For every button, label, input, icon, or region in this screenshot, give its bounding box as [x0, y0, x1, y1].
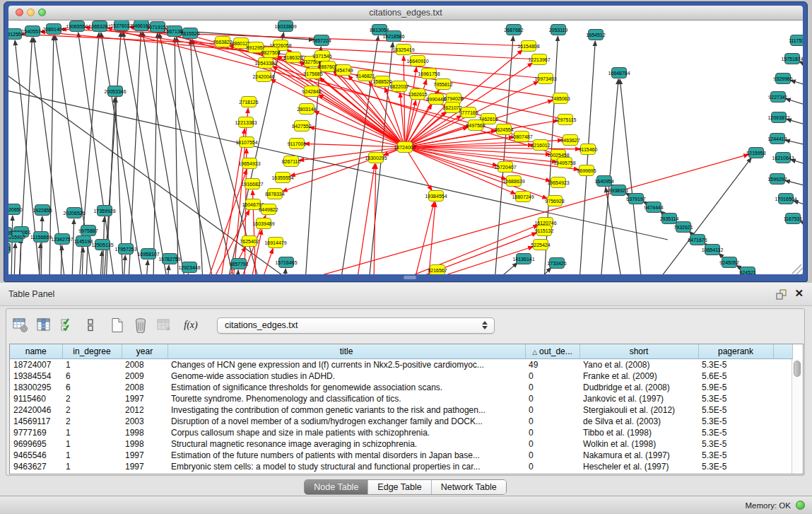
graph-node[interactable]: 16648784 [608, 68, 630, 78]
delete-table-icon[interactable] [132, 317, 149, 334]
table-cell[interactable]: 2008 [122, 382, 167, 393]
graph-node[interactable]: 19654923 [547, 177, 569, 188]
graph-node[interactable]: 10654112 [702, 245, 724, 255]
graph-edge[interactable] [537, 267, 551, 274]
table-cell[interactable]: 14569117 [10, 416, 62, 427]
graph-node[interactable]: 14136141 [512, 254, 534, 264]
graph-node[interactable]: 2053119 [549, 25, 568, 35]
network-graph[interactable]: 1872400776638228860123891295418226058982… [8, 21, 803, 274]
graph-node[interactable]: 8267110 [282, 156, 301, 167]
graph-node[interactable]: 9117006 [288, 139, 307, 149]
table-cell[interactable]: 0 [525, 438, 579, 450]
table-row[interactable]: 1830029562008Estimation of significance … [10, 382, 792, 393]
table-cell[interactable]: Estimation of significance thresholds fo… [167, 382, 525, 393]
table-cell[interactable]: 0 [525, 404, 579, 416]
table-cell[interactable]: Jankovic et al. (1997) [579, 393, 698, 404]
graph-node[interactable]: 19654933 [238, 158, 260, 169]
table-cell[interactable]: 5.3E-5 [698, 438, 773, 450]
table-cell[interactable]: 2003 [122, 416, 167, 427]
graph-node[interactable]: 8938923 [608, 185, 628, 196]
tab-node-table[interactable]: Node Table [305, 480, 367, 494]
graph-edge[interactable] [620, 79, 642, 274]
graph-node[interactable]: 10973493 [534, 74, 556, 84]
table-cell[interactable]: 5.9E-5 [698, 382, 773, 393]
graph-edge[interactable] [39, 243, 40, 274]
column-select-icon[interactable] [59, 317, 76, 334]
table-cell[interactable]: 2 [62, 404, 122, 416]
table-cell[interactable]: 2 [62, 393, 122, 404]
table-cell[interactable]: 2008 [122, 359, 167, 371]
table-cell[interactable]: Yano et al. (2008) [579, 359, 698, 371]
graph-edge[interactable] [123, 32, 167, 274]
graph-edge[interactable] [72, 219, 74, 274]
graph-node[interactable]: 7663822 [213, 37, 232, 47]
graph-node[interactable]: 15720407 [494, 162, 516, 173]
float-panel-icon[interactable] [776, 289, 787, 300]
graph-node[interactable]: 17016504 [775, 194, 796, 204]
graph-node[interactable]: 1145194 [74, 236, 93, 247]
graph-node[interactable]: 1599297 [767, 174, 787, 185]
graph-node[interactable]: 9216567 [428, 265, 447, 275]
table-cell[interactable]: Tourette syndrome. Phenomenology and cla… [167, 393, 525, 404]
graph-node[interactable]: 10653287 [88, 21, 110, 32]
tab-network-table[interactable]: Network Table [431, 480, 506, 494]
table-cell[interactable]: 18724007 [10, 359, 62, 371]
graph-node[interactable]: 19384554 [425, 191, 447, 201]
function-builder-icon[interactable]: f(x) [182, 317, 199, 334]
graph-edge[interactable] [14, 243, 16, 274]
table-cell[interactable]: 49 [525, 359, 579, 371]
table-scrollbar-thumb[interactable] [794, 361, 801, 377]
graph-node[interactable]: 9115460 [579, 144, 598, 155]
graph-edge[interactable] [405, 147, 432, 190]
table-cell[interactable]: 9465546 [10, 450, 62, 461]
graph-node[interactable]: 16210643 [772, 153, 794, 163]
graph-edge[interactable] [579, 41, 595, 274]
graph-node[interactable]: 20053346 [104, 86, 126, 97]
column-header-name[interactable]: name [10, 344, 62, 359]
table-cell[interactable]: 1 [62, 427, 122, 438]
table-cell[interactable]: Hescheler et al. (1997) [579, 461, 698, 472]
graph-node[interactable]: 17957253 [114, 244, 136, 255]
graph-edge[interactable] [153, 33, 158, 274]
graph-node[interactable]: 8215958 [746, 148, 765, 158]
graph-edge[interactable] [146, 260, 148, 274]
graph-node[interactable]: 1922855 [33, 205, 52, 216]
table-cell[interactable]: Wolkin et al. (1998) [579, 438, 698, 450]
graph-edge[interactable] [187, 274, 188, 274]
table-cell[interactable]: 0 [525, 416, 579, 427]
graph-node[interactable]: 9242848 [302, 86, 321, 97]
graph-node[interactable]: 20891406 [42, 24, 64, 35]
new-table-icon[interactable] [109, 317, 126, 334]
graph-node[interactable]: 16914479 [264, 238, 286, 248]
graph-edge[interactable] [285, 269, 286, 274]
graph-node[interactable]: 2687682 [504, 25, 523, 35]
table-cell[interactable]: 0 [525, 450, 579, 461]
table-cell[interactable]: 9463627 [10, 461, 62, 472]
table-cell[interactable]: 2009 [122, 370, 167, 382]
graph-edge[interactable] [167, 265, 169, 274]
graph-node[interactable]: 7932621 [673, 222, 693, 233]
table-cell[interactable]: 1998 [122, 438, 167, 450]
graph-node[interactable]: 2935114 [660, 214, 679, 224]
graph-node[interactable]: 950511 [8, 243, 11, 254]
graph-node[interactable]: 9975887 [78, 226, 98, 236]
graph-edge[interactable] [20, 238, 21, 274]
graph-edge[interactable] [175, 37, 178, 274]
graph-node[interactable]: 16355554 [271, 173, 293, 183]
column-header-short[interactable]: short [579, 344, 698, 359]
graph-edge[interactable] [405, 147, 551, 181]
graph-node[interactable]: 8186328 [283, 52, 302, 63]
graph-node[interactable]: 5225424 [531, 240, 550, 250]
graph-edge[interactable] [793, 201, 803, 207]
table-cell[interactable]: 19384554 [10, 370, 62, 382]
graph-node[interactable]: 12342757 [51, 234, 73, 245]
graph-node[interactable]: 16640910 [406, 56, 428, 66]
graph-node[interactable]: 6497568 [466, 120, 485, 131]
graph-node[interactable]: 8216012 [531, 140, 550, 151]
table-cell[interactable]: 1997 [122, 393, 167, 404]
graph-node[interactable]: 12213967 [528, 54, 550, 65]
graph-edge[interactable] [61, 29, 529, 46]
graph-edge[interactable] [357, 164, 375, 274]
graph-node[interactable]: 2620650 [8, 204, 23, 215]
table-cell[interactable]: Genome-wide association studies in ADHD. [167, 370, 525, 382]
